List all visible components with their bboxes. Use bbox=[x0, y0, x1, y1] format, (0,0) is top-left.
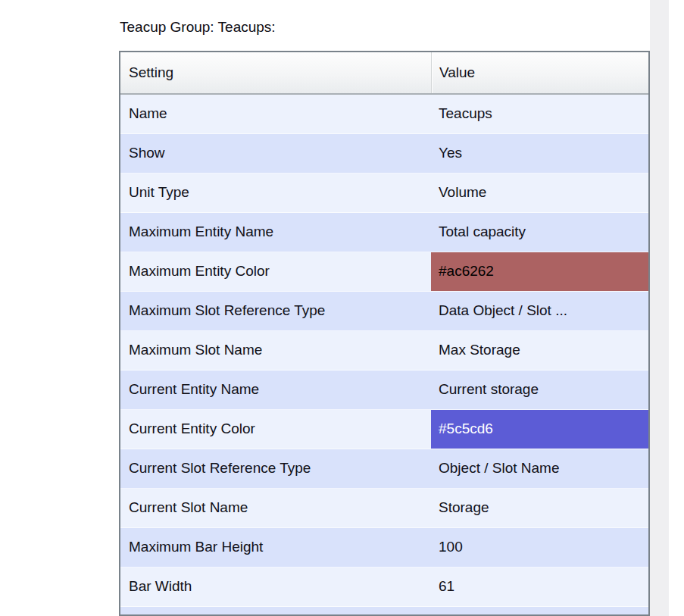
setting-cell: Maximum Bar Height bbox=[120, 528, 431, 567]
table-row[interactable]: Maximum Slot Name Max Storage bbox=[120, 331, 648, 371]
setting-cell: Current Slot Reference Type bbox=[120, 449, 431, 488]
setting-cell: Maximum Slot Name bbox=[120, 331, 431, 370]
value-cell[interactable]: Object / Slot Name bbox=[431, 449, 648, 488]
setting-cell: Current Entity Color bbox=[120, 410, 431, 449]
table-row[interactable]: Current Slot Name Storage bbox=[120, 489, 648, 528]
setting-cell: Bar Width bbox=[120, 568, 431, 606]
table-row[interactable]: Unit Type Volume bbox=[120, 174, 648, 213]
table-row[interactable]: Maximum Bar Height 100 bbox=[120, 528, 648, 568]
table-row[interactable] bbox=[120, 607, 648, 616]
value-cell[interactable]: Total capacity bbox=[431, 213, 648, 252]
setting-cell: Name bbox=[120, 95, 431, 133]
value-cell[interactable]: Data Object / Slot ... bbox=[431, 292, 648, 330]
table-row[interactable]: Current Entity Name Current storage bbox=[120, 371, 648, 410]
value-cell[interactable]: Volume bbox=[431, 174, 648, 212]
setting-cell bbox=[120, 607, 431, 616]
table-row[interactable]: Maximum Slot Reference Type Data Object … bbox=[120, 292, 648, 331]
table-row[interactable]: Current Entity Color #5c5cd6 bbox=[120, 410, 648, 449]
scrollbar-track bbox=[650, 0, 669, 616]
value-cell[interactable]: 61 bbox=[431, 568, 648, 606]
setting-cell: Current Entity Name bbox=[120, 371, 431, 409]
value-cell[interactable]: Yes bbox=[431, 134, 648, 173]
settings-table: Setting Value Name Teacups Show Yes Unit… bbox=[119, 51, 650, 616]
table-row[interactable]: Name Teacups bbox=[120, 95, 648, 134]
value-cell[interactable]: Current storage bbox=[431, 371, 648, 409]
setting-cell: Maximum Slot Reference Type bbox=[120, 292, 431, 330]
page-root: Teacup Group: Teacups: Setting Value Nam… bbox=[0, 0, 684, 616]
table-row[interactable]: Current Slot Reference Type Object / Slo… bbox=[120, 449, 648, 489]
value-cell[interactable]: Teacups bbox=[431, 95, 648, 133]
table-row[interactable]: Maximum Entity Color #ac6262 bbox=[120, 252, 648, 292]
setting-cell: Maximum Entity Color bbox=[120, 252, 431, 291]
table-row[interactable]: Show Yes bbox=[120, 134, 648, 174]
table-row[interactable]: Maximum Entity Name Total capacity bbox=[120, 213, 648, 252]
setting-cell: Maximum Entity Name bbox=[120, 213, 431, 252]
setting-cell: Current Slot Name bbox=[120, 489, 431, 527]
color-swatch-cell[interactable]: #ac6262 bbox=[431, 252, 648, 291]
table-header-row: Setting Value bbox=[120, 52, 648, 95]
table-body: Name Teacups Show Yes Unit Type Volume M… bbox=[120, 95, 648, 616]
setting-cell: Unit Type bbox=[120, 174, 431, 212]
value-cell[interactable]: 100 bbox=[431, 528, 648, 567]
value-cell[interactable] bbox=[431, 607, 648, 616]
setting-cell: Show bbox=[120, 134, 431, 173]
panel-title: Teacup Group: Teacups: bbox=[120, 19, 276, 36]
value-cell[interactable]: Max Storage bbox=[431, 331, 648, 370]
table-row[interactable]: Bar Width 61 bbox=[120, 568, 648, 607]
setting-column-header[interactable]: Setting bbox=[120, 52, 431, 93]
color-swatch-cell[interactable]: #5c5cd6 bbox=[431, 410, 648, 449]
value-cell[interactable]: Storage bbox=[431, 489, 648, 527]
value-column-header[interactable]: Value bbox=[431, 52, 648, 93]
